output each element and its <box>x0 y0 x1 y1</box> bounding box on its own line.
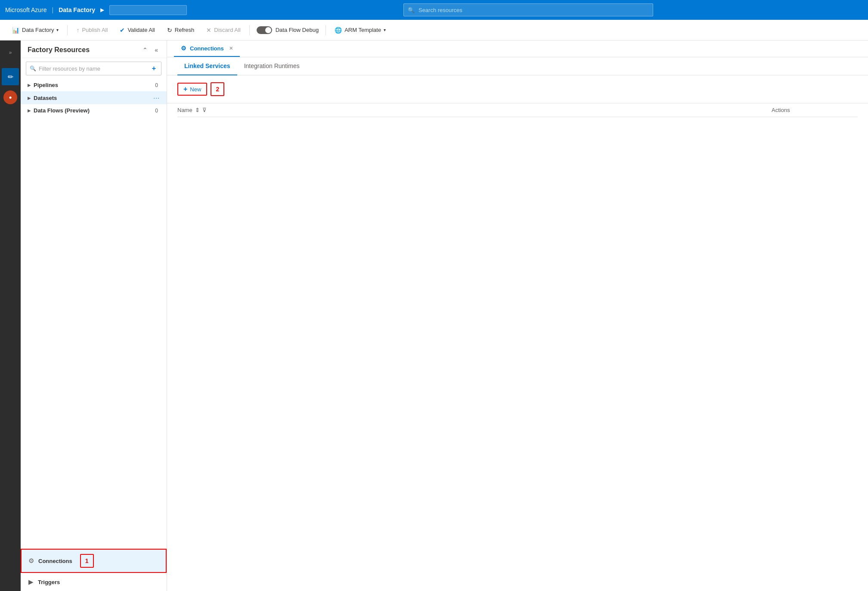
top-nav-bar: Microsoft Azure | Data Factory ▶ 🔍 <box>0 0 868 20</box>
validate-icon: ✔ <box>120 27 125 34</box>
dataflows-label: Data Flows (Preview) <box>34 107 155 114</box>
tree-item-datasets[interactable]: ▶ Datasets ··· <box>21 91 167 104</box>
refresh-button[interactable]: ↻ Refresh <box>162 24 200 36</box>
factory-resources-panel: Factory Resources ⌃ « 🔍 + ▶ Pipelines 0 … <box>21 40 167 591</box>
new-button-label: New <box>190 86 201 93</box>
toolbar-sep-1 <box>67 25 68 35</box>
pencil-icon: ✏ <box>8 73 13 81</box>
validate-all-label: Validate All <box>127 27 155 33</box>
validate-all-button[interactable]: ✔ Validate All <box>115 24 160 36</box>
resources-search-box: 🔍 + <box>26 62 161 75</box>
collapse-left-button[interactable]: « <box>153 46 160 54</box>
new-button-area: + New 2 <box>167 75 868 103</box>
main-content-panel: ⚙ Connections ✕ Linked Services Integrat… <box>167 40 868 591</box>
data-factory-icon: 📊 <box>12 27 19 34</box>
data-flow-debug-toggle: Data Flow Debug <box>253 26 322 34</box>
discard-all-label: Discard All <box>214 27 240 33</box>
resources-search-input[interactable] <box>39 65 148 72</box>
triggers-icon: ▶ <box>28 578 34 586</box>
table-body-empty <box>177 117 858 289</box>
data-factory-label: Data Factory <box>22 27 54 33</box>
integration-runtimes-tab[interactable]: Integration Runtimes <box>237 57 307 75</box>
pipelines-count: 0 <box>155 82 158 88</box>
arm-template-icon: 🌐 <box>335 27 342 34</box>
connections-panel: Linked Services Integration Runtimes + N… <box>167 57 868 591</box>
connections-tab-icon: ⚙ <box>181 45 186 52</box>
left-sidebar-icons: » ✏ ● <box>0 40 21 591</box>
connections-tab-label: Connections <box>190 45 224 52</box>
publish-all-label: Publish All <box>82 27 108 33</box>
data-factory-button[interactable]: 📊 Data Factory ▾ <box>7 24 64 36</box>
actions-column-header: Actions <box>772 107 858 113</box>
datasets-more-button[interactable]: ··· <box>153 94 160 101</box>
tree-item-pipelines[interactable]: ▶ Pipelines 0 <box>21 79 167 91</box>
publish-all-button[interactable]: ↑ Publish All <box>71 24 113 36</box>
connections-sub-tabs: Linked Services Integration Runtimes <box>167 57 868 75</box>
global-search-input[interactable] <box>403 3 653 16</box>
triggers-label: Triggers <box>38 579 60 585</box>
connections-nav-item[interactable]: ⚙ Connections 1 <box>21 549 167 573</box>
resources-panel-header: Factory Resources ⌃ « <box>21 40 167 58</box>
dataflows-chevron: ▶ <box>28 108 31 113</box>
triggers-nav-item[interactable]: ▶ Triggers <box>21 573 167 591</box>
linked-services-table: Name ⇕ ⊽ Actions <box>167 103 868 289</box>
app-name-label: Data Factory <box>59 6 95 13</box>
publish-icon: ↑ <box>76 27 79 34</box>
arm-template-label: ARM Template <box>344 27 381 33</box>
global-search: 🔍 <box>403 3 653 16</box>
sort-icon[interactable]: ⇕ <box>195 107 200 113</box>
step-badge-2: 2 <box>211 82 224 96</box>
chevron-icon: » <box>9 50 12 56</box>
pencil-nav-button[interactable]: ✏ <box>2 68 19 85</box>
connections-icon: ⚙ <box>28 557 34 565</box>
resources-header-actions: ⌃ « <box>141 46 160 54</box>
breadcrumb-input[interactable] <box>109 5 187 15</box>
discard-icon: ✕ <box>206 27 211 34</box>
arm-template-chevron: ▾ <box>384 28 386 32</box>
dataflows-count: 0 <box>155 108 158 114</box>
datasets-label: Datasets <box>34 95 153 101</box>
tab-bar: ⚙ Connections ✕ <box>167 40 868 57</box>
integration-runtimes-tab-label: Integration Runtimes <box>244 62 300 69</box>
data-flow-debug-label: Data Flow Debug <box>276 27 319 33</box>
resources-tree: ▶ Pipelines 0 ▶ Datasets ··· ▶ Data Flow… <box>21 79 167 548</box>
resources-add-button[interactable]: + <box>150 64 158 73</box>
filter-icon[interactable]: ⊽ <box>202 107 207 113</box>
resources-search-icon: 🔍 <box>30 65 36 72</box>
name-column-header: Name ⇕ ⊽ <box>177 107 772 113</box>
linked-services-tab[interactable]: Linked Services <box>177 57 237 75</box>
actions-column-label: Actions <box>772 107 790 113</box>
new-linked-service-button[interactable]: + New <box>177 83 207 96</box>
arm-template-button[interactable]: 🌐 ARM Template ▾ <box>329 24 391 36</box>
connections-label: Connections <box>38 558 72 564</box>
data-factory-chevron: ▾ <box>56 28 59 32</box>
connections-tab[interactable]: ⚙ Connections ✕ <box>174 40 240 57</box>
datasets-chevron: ▶ <box>28 96 31 100</box>
step-badge-1: 1 <box>80 554 94 568</box>
collapse-sidebar-button[interactable]: » <box>2 44 19 61</box>
debug-toggle-switch[interactable] <box>257 26 272 34</box>
nav-separator: | <box>52 6 53 13</box>
toolbar-sep-3 <box>326 25 326 35</box>
main-content-area: » ✏ ● Factory Resources ⌃ « 🔍 + ▶ Pipeli <box>0 40 868 591</box>
breadcrumb-arrow: ▶ <box>100 7 104 13</box>
name-column-label: Name <box>177 107 192 113</box>
pipelines-label: Pipelines <box>34 82 155 88</box>
discard-all-button[interactable]: ✕ Discard All <box>201 24 245 36</box>
main-toolbar: 📊 Data Factory ▾ ↑ Publish All ✔ Validat… <box>0 20 868 40</box>
refresh-icon: ↻ <box>167 27 172 34</box>
global-search-icon: 🔍 <box>408 7 415 13</box>
circle-nav-button[interactable]: ● <box>3 90 17 104</box>
toolbar-sep-2 <box>249 25 250 35</box>
resources-panel-title: Factory Resources <box>28 46 90 54</box>
sidebar-bottom-section: ⚙ Connections 1 ▶ Triggers <box>21 548 167 591</box>
tree-item-dataflows[interactable]: ▶ Data Flows (Preview) 0 <box>21 104 167 117</box>
new-button-plus-icon: + <box>183 85 187 93</box>
brand-area: Microsoft Azure | Data Factory ▶ <box>5 5 187 15</box>
collapse-up-button[interactable]: ⌃ <box>141 46 149 54</box>
microsoft-azure-label: Microsoft Azure <box>5 6 46 13</box>
pipelines-chevron: ▶ <box>28 83 31 87</box>
connections-tab-close[interactable]: ✕ <box>229 46 233 51</box>
table-header-row: Name ⇕ ⊽ Actions <box>177 103 858 117</box>
refresh-label: Refresh <box>175 27 195 33</box>
